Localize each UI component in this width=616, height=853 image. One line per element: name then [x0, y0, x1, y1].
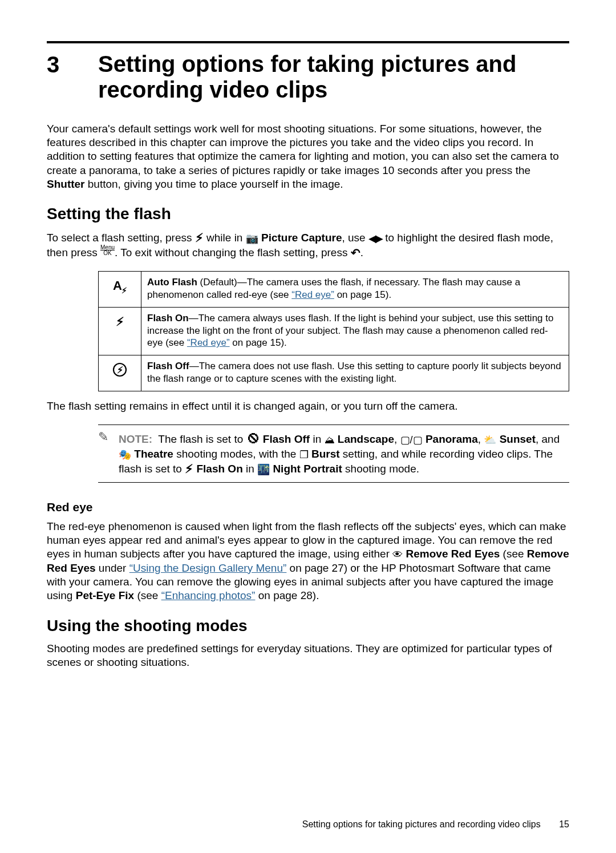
flash-off-title: Flash Off — [147, 361, 189, 371]
red-eye-under: under — [96, 562, 129, 574]
footer-page-number: 15 — [559, 819, 569, 829]
design-gallery-link[interactable]: “Using the Design Gallery Menu” — [129, 562, 287, 574]
note-icon: ✎ — [98, 430, 114, 476]
table-row: ⚡︎ Flash Off—The camera does not use fla… — [99, 355, 569, 391]
chapter-title: Setting options for taking pictures and … — [98, 51, 569, 103]
red-eye-heading: Red eye — [47, 500, 569, 515]
footer-label: Setting options for taking pictures and … — [302, 819, 541, 829]
flash-off-inline-icon: 🛇 — [246, 430, 260, 448]
note-label: NOTE: — [119, 433, 152, 445]
chapter-number: 3 — [47, 51, 98, 103]
flash-off-desc-a: —The camera does not use flash. Use this… — [147, 361, 561, 384]
remove-red-eyes-label: Remove Red Eyes — [406, 548, 500, 560]
table-row: ⚡︎ Flash On—The camera always uses flash… — [99, 307, 569, 355]
red-eye-link[interactable]: “Red eye” — [187, 337, 230, 348]
flash-on-icon: ⚡︎ — [99, 307, 141, 355]
pet-eye-label: Pet-Eye Fix — [76, 589, 134, 601]
red-eye-see: (see — [500, 548, 527, 560]
shooting-modes-paragraph: Shooting modes are predefined settings f… — [47, 642, 569, 670]
note-b: in — [310, 433, 324, 445]
flash-lead-e: . To exit without changing the flash set… — [115, 246, 351, 258]
note-landscape: Landscape — [338, 433, 394, 445]
panorama-icon: ▢/▢ — [400, 434, 423, 447]
note-i: shooting mode. — [342, 463, 419, 475]
note-block: ✎ NOTE: The flash is set to 🛇 Flash Off … — [98, 425, 569, 483]
note-flash-on: Flash On — [196, 463, 242, 475]
auto-flash-link-after: on page 15). — [334, 289, 391, 300]
theatre-icon: 🎭 — [119, 448, 131, 462]
note-night-portrait: Night Portrait — [273, 463, 342, 475]
svg-text:⚡︎: ⚡︎ — [117, 365, 123, 375]
note-d: , — [478, 433, 484, 445]
night-portrait-icon: 🌃 — [257, 463, 270, 476]
note-a: The flash is set to — [158, 433, 246, 445]
auto-flash-title: Auto Flash — [147, 277, 197, 288]
shooting-modes-heading: Using the shooting modes — [47, 616, 569, 636]
flash-lead-b: while in — [204, 232, 246, 244]
note-burst: Burst — [311, 448, 340, 460]
flash-after: The flash setting remains in effect unti… — [47, 399, 569, 413]
intro-paragraph: Your camera's default settings work well… — [47, 122, 569, 192]
note-c: , — [394, 433, 400, 445]
camera-icon: 📷 — [246, 232, 258, 245]
enhancing-photos-link[interactable]: “Enhancing photos” — [161, 589, 256, 601]
flash-on-title: Flash On — [147, 313, 189, 324]
shutter-label: Shutter — [47, 178, 85, 190]
flash-off-desc: Flash Off—The camera does not use flash.… — [141, 355, 569, 391]
note-flash-off: Flash Off — [263, 433, 310, 445]
picture-capture-label: Picture Capture — [261, 232, 342, 244]
chapter-header: 3 Setting options for taking pictures an… — [47, 51, 569, 103]
page-footer: Setting options for taking pictures and … — [302, 819, 569, 830]
note-e: , and — [536, 433, 560, 445]
note-f: shooting modes, with the — [173, 448, 299, 460]
eye-icon: 👁 — [392, 548, 403, 561]
intro-text-b: button, giving you time to place yoursel… — [85, 178, 343, 190]
flash-off-icon: ⚡︎ — [99, 355, 141, 391]
flash-off-svg: ⚡︎ — [112, 362, 127, 377]
note-h: in — [243, 463, 257, 475]
arrows-icon: ◀▶ — [368, 232, 382, 245]
flash-bolt-icon: ⚡︎ — [185, 462, 193, 477]
sunset-icon: ⛅ — [484, 434, 496, 447]
burst-icon: ❐ — [299, 448, 309, 462]
red-eye-paragraph: The red-eye phenomenon is caused when li… — [47, 520, 569, 603]
intro-text-a: Your camera's default settings work well… — [47, 123, 559, 176]
back-icon: ↶ — [351, 246, 360, 261]
red-eye-link[interactable]: “Red eye” — [291, 289, 334, 300]
menu-ok-icon: MenuOK — [100, 245, 115, 256]
table-row: A⚡︎ Auto Flash (Default)—The camera uses… — [99, 272, 569, 308]
flash-heading: Setting the flash — [47, 204, 569, 224]
note-body: NOTE: The flash is set to 🛇 Flash Off in… — [119, 430, 569, 476]
flash-lead-c: , use — [342, 232, 368, 244]
flash-on-link-after: on page 15). — [230, 337, 287, 348]
flash-on-desc: Flash On—The camera always uses flash. I… — [141, 307, 569, 355]
document-page: 3 Setting options for taking pictures an… — [0, 0, 616, 853]
top-rule — [47, 41, 569, 43]
flash-table-wrap: A⚡︎ Auto Flash (Default)—The camera uses… — [98, 271, 569, 391]
flash-lead-a: To select a flash setting, press — [47, 232, 195, 244]
flash-lead: To select a flash setting, press ⚡︎ whil… — [47, 230, 569, 260]
landscape-icon: ⛰ — [325, 434, 335, 447]
auto-flash-desc: Auto Flash (Default)—The camera uses the… — [141, 272, 569, 308]
note-panorama: Panorama — [425, 433, 478, 445]
note-theatre: Theatre — [134, 448, 173, 460]
flash-table: A⚡︎ Auto Flash (Default)—The camera uses… — [98, 271, 569, 391]
auto-flash-default: (Default) — [197, 277, 237, 288]
note-sunset: Sunset — [500, 433, 536, 445]
red-eye-link2-after: on page 28). — [255, 589, 319, 601]
red-eye-see2: (see — [134, 589, 161, 601]
flash-bolt-icon: ⚡︎ — [195, 231, 204, 246]
auto-flash-icon: A⚡︎ — [99, 272, 141, 308]
